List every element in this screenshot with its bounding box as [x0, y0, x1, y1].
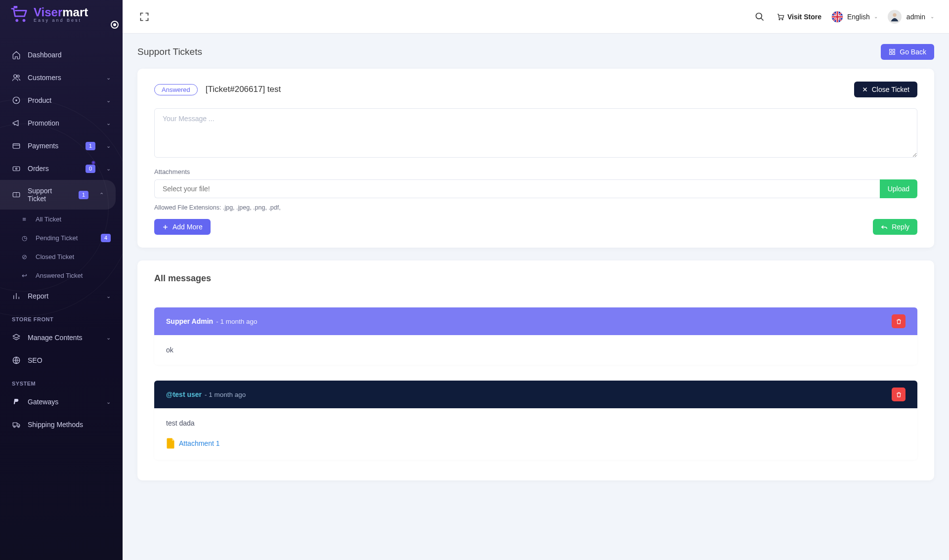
page-header: Support Tickets Go Back [137, 44, 934, 60]
visit-store-link[interactable]: Visit Store [776, 13, 821, 21]
main-nav: Dashboard Customers ⌄ Product ⌄ Promotio… [0, 43, 123, 436]
go-back-button[interactable]: Go Back [881, 44, 934, 60]
sidebar-item-report[interactable]: Report ⌄ [0, 285, 123, 307]
target-icon [12, 96, 21, 105]
bars-icon [12, 292, 21, 301]
messages-card: All messages Supper Admin - 1 month ago … [137, 260, 934, 480]
badge-count: 1 [86, 142, 95, 150]
add-more-button[interactable]: Add More [154, 219, 211, 235]
reply-actions: Add More Reply [154, 219, 917, 235]
sidebar-item-product[interactable]: Product ⌄ [0, 89, 123, 112]
user-menu[interactable]: admin ⌄ [888, 10, 934, 24]
message-author: @test user [166, 390, 202, 398]
svg-point-9 [16, 168, 17, 170]
home-icon [12, 50, 21, 59]
megaphone-icon [12, 119, 21, 128]
sidebar-item-promotion[interactable]: Promotion ⌄ [0, 112, 123, 134]
language-switcher[interactable]: English ⌄ [831, 11, 878, 23]
ticket-icon [12, 190, 21, 199]
chevron-down-icon: ⌄ [106, 143, 111, 149]
message-user: @test user - 1 month ago test dada Attac… [154, 381, 917, 460]
cash-icon [12, 164, 21, 173]
sidebar-item-label: Orders [28, 165, 49, 172]
message-header: Supper Admin - 1 month ago [154, 307, 917, 335]
sidebar-item-answered-ticket[interactable]: ↩ Answered Ticket [0, 266, 123, 285]
sidebar-item-orders[interactable]: Orders 0 ⌄ [0, 157, 123, 180]
svg-rect-20 [893, 49, 895, 51]
sidebar-item-manage-contents[interactable]: Manage Contents ⌄ [0, 326, 123, 349]
chevron-down-icon: ⌄ [106, 97, 111, 104]
sidebar-item-label: Manage Contents [28, 334, 83, 342]
svg-rect-8 [13, 167, 20, 171]
layers-icon [12, 333, 21, 342]
upload-button[interactable]: Upload [880, 179, 917, 198]
delete-message-button[interactable] [892, 314, 906, 328]
message-time: - 1 month ago [216, 318, 257, 325]
sidebar-item-support-ticket[interactable]: Support Ticket 1 ⌃ [0, 180, 116, 210]
go-back-label: Go Back [900, 48, 926, 56]
sidebar-item-payments[interactable]: Payments 1 ⌄ [0, 134, 123, 157]
svg-point-14 [756, 13, 762, 19]
sidebar-item-label: All Ticket [36, 215, 61, 223]
logo-text: Visermart Easy and Best [34, 6, 88, 23]
chevron-down-icon: ⌄ [930, 14, 934, 19]
user-name: admin [906, 13, 925, 21]
upload-label: Upload [888, 185, 909, 193]
svg-point-4 [17, 75, 20, 78]
reply-icon [881, 223, 888, 230]
sidebar-item-label: Closed Ticket [36, 253, 74, 260]
sidebar-item-dashboard[interactable]: Dashboard [0, 43, 123, 66]
message-admin: Supper Admin - 1 month ago ok [154, 307, 917, 365]
users-icon [12, 73, 21, 82]
chevron-down-icon: ⌄ [106, 335, 111, 341]
ticket-submenu: ≡ All Ticket ◷ Pending Ticket 4 ⊘ Closed… [0, 210, 123, 285]
fullscreen-toggle[interactable] [137, 10, 151, 24]
sidebar-item-label: Customers [28, 74, 61, 82]
chevron-down-icon: ⌄ [106, 75, 111, 81]
chevron-down-icon: ⌄ [874, 14, 878, 19]
section-title-system: SYSTEM [0, 372, 123, 390]
chevron-down-icon: ⌄ [106, 120, 111, 127]
topbar: Visit Store English ⌄ admin ⌄ [123, 0, 949, 33]
sidebar-item-label: Payments [28, 142, 58, 150]
close-ticket-button[interactable]: Close Ticket [854, 82, 917, 97]
ticket-reply-card: Answered [Ticket#206617] test Close Tick… [137, 69, 934, 248]
sidebar-item-shipping[interactable]: Shipping Methods [0, 413, 123, 436]
sidebar-item-seo[interactable]: SEO [0, 349, 123, 372]
sidebar-item-all-ticket[interactable]: ≡ All Ticket [0, 210, 123, 228]
svg-rect-21 [890, 52, 892, 54]
svg-rect-0 [14, 6, 18, 8]
card-icon [12, 141, 21, 150]
sidebar-item-customers[interactable]: Customers ⌄ [0, 66, 123, 89]
reply-button[interactable]: Reply [873, 219, 917, 235]
sidebar-item-pending-ticket[interactable]: ◷ Pending Ticket 4 [0, 228, 123, 247]
svg-point-6 [16, 100, 17, 101]
sidebar-collapse-toggle[interactable] [111, 21, 119, 29]
sidebar-item-label: Promotion [28, 119, 59, 127]
sidebar-item-closed-ticket[interactable]: ⊘ Closed Ticket [0, 247, 123, 266]
chevron-down-icon: ⌄ [106, 293, 111, 300]
sidebar-item-label: Shipping Methods [28, 421, 83, 429]
delete-message-button[interactable] [892, 388, 906, 401]
search-button[interactable] [753, 10, 767, 24]
close-icon [862, 86, 868, 92]
svg-rect-19 [890, 49, 892, 51]
svg-point-2 [23, 19, 26, 22]
sidebar-item-gateways[interactable]: Gateways ⌄ [0, 390, 123, 413]
message-body: ok [154, 335, 917, 365]
file-hint: Allowed File Extensions: .jpg, .jpeg, .p… [154, 204, 917, 211]
message-input[interactable] [154, 108, 917, 158]
attachment-label: Attachment 1 [179, 439, 220, 447]
file-input[interactable] [154, 179, 880, 198]
ticket-title: [Ticket#206617] test [206, 85, 281, 94]
svg-point-18 [893, 13, 896, 16]
logo[interactable]: Visermart Easy and Best [0, 0, 123, 30]
reply-label: Reply [892, 223, 909, 231]
sidebar-item-label: Answered Ticket [36, 272, 83, 279]
language-label: English [847, 13, 870, 21]
visit-store-label: Visit Store [787, 13, 821, 21]
plus-icon [162, 224, 169, 230]
attachment-link[interactable]: Attachment 1 [166, 438, 906, 449]
add-more-label: Add More [173, 223, 203, 231]
sidebar-item-label: Pending Ticket [36, 234, 78, 242]
